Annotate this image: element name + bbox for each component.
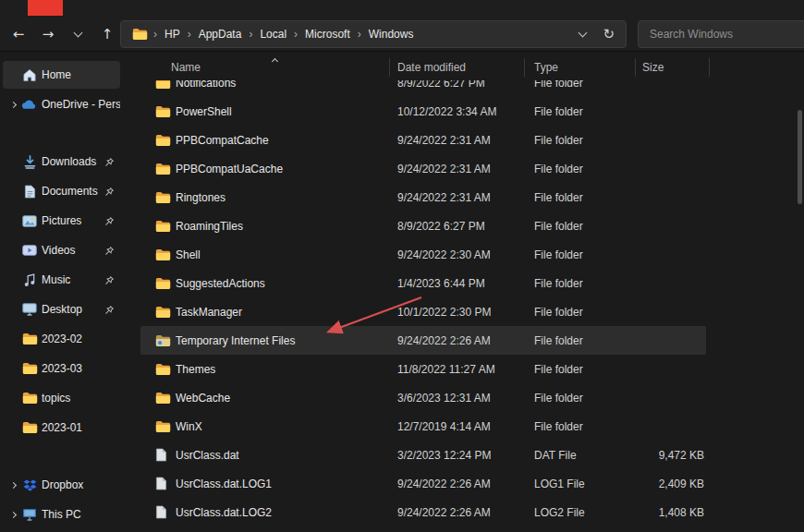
sidebar-item-pictures[interactable]: Pictures xyxy=(3,207,120,235)
sidebar-item-documents[interactable]: Documents xyxy=(3,177,120,205)
expand-chevron-icon[interactable] xyxy=(6,483,19,488)
address-bar[interactable]: ›HP›AppData›Local›Microsoft›Windows ↻ xyxy=(120,20,627,48)
dropbox-icon xyxy=(19,479,40,491)
column-header-date-modified[interactable]: Date modified xyxy=(390,58,525,77)
sidebar-item-label: 2023-03 xyxy=(40,362,120,375)
file-type: File folder xyxy=(525,220,636,233)
sidebar-item-topics[interactable]: topics xyxy=(3,384,120,412)
file-type: LOG1 File xyxy=(525,478,636,490)
forward-button[interactable]: → xyxy=(35,20,61,48)
file-row[interactable]: PowerShell10/12/2022 3:34 AMFile folder xyxy=(140,97,706,126)
file-row[interactable]: WinX12/7/2019 4:14 AMFile folder xyxy=(140,412,706,441)
folder-icon xyxy=(19,392,40,405)
breadcrumb-segment-appdata[interactable]: AppData xyxy=(193,28,248,41)
file-rows: Notifications8/9/2022 6:27 PMFile folder… xyxy=(140,80,713,526)
sidebar-item-label: OneDrive - Pers xyxy=(40,98,120,111)
breadcrumb: ›HP›AppData›Local›Microsoft›Windows xyxy=(152,28,419,41)
file-row[interactable]: Temporary Internet Files9/24/2022 2:26 A… xyxy=(140,326,706,355)
breadcrumb-segment-local[interactable]: Local xyxy=(254,28,292,41)
refresh-button[interactable]: ↻ xyxy=(603,26,615,42)
breadcrumb-separator: › xyxy=(186,28,193,41)
desktop-icon xyxy=(19,303,40,316)
file-date-modified: 10/1/2022 2:30 PM xyxy=(390,306,525,319)
pictures-icon xyxy=(19,215,40,227)
file-row[interactable]: UsrClass.dat.LOG29/24/2022 2:26 AMLOG2 F… xyxy=(140,498,706,526)
sidebar-item-desktop[interactable]: Desktop xyxy=(3,296,120,323)
file-row[interactable]: RoamingTiles8/9/2022 6:27 PMFile folder xyxy=(140,212,706,240)
folder-icon xyxy=(155,80,174,90)
sidebar-item-label: Documents xyxy=(40,185,104,198)
file-type: File folder xyxy=(525,277,636,290)
expand-chevron-icon[interactable] xyxy=(6,103,19,107)
file-row[interactable]: Ringtones9/24/2022 2:31 AMFile folder xyxy=(140,183,706,212)
pin-icon xyxy=(104,275,120,285)
file-row[interactable]: PPBCompatCache9/24/2022 2:31 AMFile fold… xyxy=(140,126,706,154)
scrollbar-thumb[interactable] xyxy=(798,110,802,204)
file-row[interactable]: Notifications8/9/2022 6:27 PMFile folder xyxy=(140,80,706,97)
column-header-label: Name xyxy=(171,61,201,74)
file-date-modified: 9/24/2022 2:26 AM xyxy=(390,478,525,490)
file-row[interactable]: Shell9/24/2022 2:30 AMFile folder xyxy=(140,240,706,269)
sidebar-item-2023-03[interactable]: 2023-03 xyxy=(3,355,120,382)
file-row[interactable]: TaskManager10/1/2022 2:30 PMFile folder xyxy=(140,297,706,326)
file-type: File folder xyxy=(525,392,636,405)
address-dropdown-chevron-icon[interactable] xyxy=(579,28,588,37)
up-button[interactable]: ↑ xyxy=(94,20,120,48)
search-input[interactable] xyxy=(639,21,804,47)
folder-icon xyxy=(155,363,174,376)
column-header-name[interactable]: Name xyxy=(140,58,390,77)
sidebar-item-downloads[interactable]: Downloads xyxy=(3,148,120,175)
file-row[interactable]: PPBCompatUaCache9/24/2022 2:31 AMFile fo… xyxy=(140,154,706,183)
sidebar-item-videos[interactable]: Videos xyxy=(3,236,120,264)
file-name: UsrClass.dat.LOG1 xyxy=(174,478,272,490)
nav-button-group: ←→↑ xyxy=(6,20,120,48)
sidebar-item-2023-02[interactable]: 2023-02 xyxy=(3,325,120,353)
sidebar-item-2023-01[interactable]: 2023-01 xyxy=(3,414,120,441)
column-header-size[interactable]: Size xyxy=(636,58,710,77)
sidebar-item-label: Desktop xyxy=(40,303,104,316)
file-date-modified: 9/24/2022 2:31 AM xyxy=(390,134,525,147)
file-row[interactable]: WebCache3/6/2023 12:31 AMFile folder xyxy=(140,383,706,412)
sidebar-item-label: Dropbox xyxy=(40,478,120,491)
breadcrumb-segment-microsoft[interactable]: Microsoft xyxy=(299,28,356,41)
file-row[interactable]: UsrClass.dat3/2/2023 12:24 PMDAT File9,4… xyxy=(140,441,706,469)
sidebar-group-gap xyxy=(0,443,139,469)
breadcrumb-separator: › xyxy=(356,28,363,41)
file-type: File folder xyxy=(525,105,636,118)
file-row[interactable]: Themes11/8/2022 11:27 AMFile folder xyxy=(140,355,706,383)
column-header-type[interactable]: Type xyxy=(525,58,636,77)
search-box xyxy=(638,20,804,48)
sidebar-item-this-pc[interactable]: This PC xyxy=(3,501,120,528)
file-name: SuggestedActions xyxy=(174,277,265,290)
sidebar-item-onedrive-pers[interactable]: OneDrive - Pers xyxy=(3,91,120,118)
file-name: Shell xyxy=(174,248,201,261)
sidebar-item-dropbox[interactable]: Dropbox xyxy=(3,471,120,499)
vertical-scrollbar[interactable] xyxy=(797,106,803,530)
file-row[interactable]: UsrClass.dat.LOG19/24/2022 2:26 AMLOG1 F… xyxy=(140,469,706,498)
expand-chevron-icon[interactable] xyxy=(6,513,19,517)
file-name: RoamingTiles xyxy=(174,220,243,233)
file-name: Notifications xyxy=(174,80,236,90)
file-date-modified: 8/9/2022 6:27 PM xyxy=(390,220,525,233)
recent-locations-button[interactable] xyxy=(65,20,91,48)
file-date-modified: 12/7/2019 4:14 AM xyxy=(390,420,525,433)
sidebar-item-home[interactable]: Home xyxy=(3,61,120,89)
breadcrumb-segment-hp[interactable]: HP xyxy=(159,28,186,41)
sidebar-item-label: Videos xyxy=(40,244,104,257)
file-row[interactable]: SuggestedActions1/4/2023 6:44 PMFile fol… xyxy=(140,269,706,297)
file-name: UsrClass.dat.LOG2 xyxy=(174,506,272,519)
file-rows-viewport: Notifications8/9/2022 6:27 PMFile folder… xyxy=(140,80,713,532)
folder-special-icon xyxy=(155,334,174,347)
sidebar-item-music[interactable]: Music xyxy=(3,266,120,294)
breadcrumb-separator: › xyxy=(152,28,159,41)
folder-icon xyxy=(19,332,40,345)
folder-icon xyxy=(155,191,174,204)
file-list-area: NameDate modifiedTypeSize Notifications8… xyxy=(140,53,804,532)
back-button[interactable]: ← xyxy=(6,20,31,48)
file-date-modified: 9/24/2022 2:31 AM xyxy=(390,191,525,204)
folder-icon xyxy=(155,163,174,175)
file-date-modified: 1/4/2023 6:44 PM xyxy=(390,277,525,290)
navigation-toolbar: ←→↑ ›HP›AppData›Local›Microsoft›Windows … xyxy=(0,17,804,52)
breadcrumb-segment-windows[interactable]: Windows xyxy=(363,28,420,41)
file-type: File folder xyxy=(525,163,636,175)
